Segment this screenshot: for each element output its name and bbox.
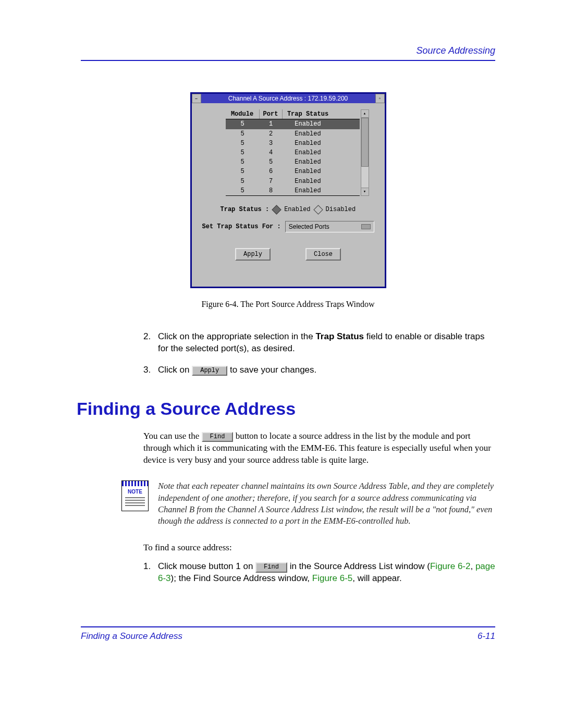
table-scrollbar[interactable]: ▴ ▾	[361, 109, 369, 196]
table-row[interactable]: 57Enabled	[226, 177, 360, 186]
radio-enabled-label: Enabled	[284, 205, 310, 214]
table-row[interactable]: 55Enabled	[226, 157, 360, 167]
cell-module: 5	[226, 148, 260, 157]
window-titlebar: – Channel A Source Address : 172.19.59.2…	[192, 94, 385, 103]
set-trap-status-row: Set Trap Status For : Selected Ports	[202, 221, 374, 232]
col-trap-status: Trap Status	[283, 109, 334, 119]
cell-port: 2	[260, 129, 283, 139]
set-trap-status-value: Selected Ports	[289, 223, 329, 231]
window-title: Channel A Source Address : 172.19.59.200	[201, 94, 375, 103]
link-figure-6-5[interactable]: Figure 6-5	[312, 573, 352, 583]
apply-button[interactable]: Apply	[235, 248, 271, 261]
scroll-down-icon[interactable]: ▾	[361, 188, 369, 195]
cell-module: 5	[226, 186, 260, 195]
cell-port: 8	[260, 186, 283, 195]
text: ); the Find Source Address window,	[171, 573, 312, 583]
trap-status-bold: Trap Status	[315, 331, 364, 341]
note-coil-icon	[122, 481, 148, 486]
close-button[interactable]: Close	[305, 248, 341, 261]
step-number: 1.	[143, 561, 158, 585]
cell-port: 4	[260, 148, 283, 157]
table-row[interactable]: 52Enabled	[226, 129, 360, 139]
link-figure-6-2[interactable]: Figure 6-2	[430, 561, 470, 571]
footer-right: 6-11	[478, 631, 495, 643]
text: in the Source Address List window (	[290, 561, 430, 571]
step-2: 2. Click on the appropriate selection in…	[143, 331, 495, 355]
text: You can use the	[143, 431, 202, 441]
cell-module: 5	[226, 157, 260, 167]
radio-disabled[interactable]	[313, 205, 323, 214]
intro-paragraph: You can use the Find button to locate a …	[143, 430, 495, 466]
find-button-inline: Find	[255, 562, 287, 572]
page-footer: Finding a Source Address 6-11	[81, 626, 495, 643]
cell-status: Enabled	[283, 167, 334, 176]
table-row[interactable]: 56Enabled	[226, 167, 360, 176]
apply-button-inline: Apply	[192, 366, 227, 376]
cell-port: 6	[260, 167, 283, 176]
note-block: NOTE Note that each repeater channel mai…	[121, 480, 495, 527]
table-row[interactable]: 58Enabled	[226, 186, 360, 195]
header-section: Source Addressing	[81, 44, 495, 57]
port-table: Module Port Trap Status 51Enabled52Enabl…	[226, 109, 360, 196]
step-number: 2.	[143, 331, 158, 355]
dropdown-handle-icon[interactable]	[361, 224, 371, 229]
cell-port: 5	[260, 157, 283, 167]
footer-left: Finding a Source Address	[81, 631, 182, 643]
radio-enabled[interactable]	[272, 205, 281, 214]
table-row[interactable]: 54Enabled	[226, 148, 360, 157]
note-label: NOTE	[122, 488, 148, 496]
scroll-track[interactable]	[361, 118, 369, 188]
radio-disabled-label: Disabled	[326, 205, 356, 214]
table-row[interactable]: 53Enabled	[226, 139, 360, 148]
cell-status: Enabled	[283, 186, 334, 195]
step-3: 3. Click on Apply to save your changes.	[143, 364, 495, 376]
trap-status-radio-row: Trap Status : Enabled Disabled	[221, 205, 369, 214]
text: Click mouse button 1 on	[158, 561, 255, 571]
text: , will appear.	[352, 573, 402, 583]
table-row[interactable]: 51Enabled	[226, 119, 360, 129]
trap-status-label: Trap Status :	[221, 205, 270, 214]
text: to save your changes.	[230, 365, 316, 375]
cell-module: 5	[226, 167, 260, 176]
find-button-inline: Find	[202, 432, 234, 442]
col-module: Module	[226, 109, 260, 119]
cell-status: Enabled	[283, 119, 334, 129]
text: Click on the appropriate selection in th…	[158, 331, 315, 341]
text: Click on	[158, 365, 192, 375]
cell-port: 1	[260, 119, 283, 129]
cell-status: Enabled	[283, 177, 334, 186]
set-trap-status-label: Set Trap Status For :	[202, 223, 281, 231]
cell-status: Enabled	[283, 157, 334, 167]
step-1: 1. Click mouse button 1 on Find in the S…	[143, 561, 495, 585]
procedure-intro: To find a source address:	[143, 542, 495, 554]
header-rule	[81, 60, 495, 61]
scroll-thumb[interactable]	[361, 118, 369, 167]
cell-module: 5	[226, 129, 260, 139]
cell-module: 5	[226, 139, 260, 148]
set-trap-status-select[interactable]: Selected Ports	[285, 221, 374, 232]
cell-port: 7	[260, 177, 283, 186]
window-resize-button[interactable]: ▫	[375, 94, 385, 103]
cell-module: 5	[226, 119, 260, 129]
col-port: Port	[260, 109, 283, 119]
note-icon: NOTE	[121, 480, 149, 511]
table-header-row: Module Port Trap Status	[226, 109, 360, 119]
step-number: 3.	[143, 364, 158, 376]
text: ,	[470, 561, 475, 571]
cell-module: 5	[226, 177, 260, 186]
note-text: Note that each repeater channel maintain…	[158, 480, 495, 527]
cell-status: Enabled	[283, 139, 334, 148]
cell-port: 3	[260, 139, 283, 148]
cell-status: Enabled	[283, 148, 334, 157]
cell-status: Enabled	[283, 129, 334, 139]
section-heading: Finding a Source Address	[77, 397, 495, 421]
scroll-up-icon[interactable]: ▴	[361, 110, 369, 118]
window-menu-button[interactable]: –	[192, 94, 201, 103]
figure-caption: Figure 6-4. The Port Source Address Trap…	[81, 299, 495, 310]
port-source-address-traps-window: – Channel A Source Address : 172.19.59.2…	[190, 92, 386, 288]
